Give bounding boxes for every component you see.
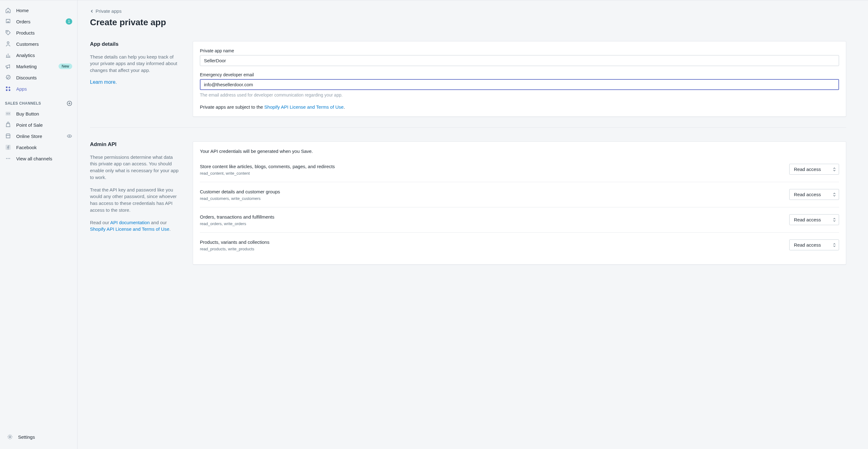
nav-apps[interactable]: Apps [3,83,74,94]
admin-api-desc3: Read our API documentation and our Shopi… [90,219,180,233]
megaphone-icon [5,63,11,69]
nav-home[interactable]: Home [3,5,74,16]
channel-label: Facebook [16,145,72,150]
channel-label: Point of Sale [16,122,72,128]
permission-row: Orders, transactions and fulfillments re… [200,207,839,233]
perm-access-select[interactable]: Read access [789,164,839,175]
chevron-left-icon [90,9,94,13]
learn-more-link[interactable]: Learn more. [90,80,117,85]
orders-icon [5,18,11,25]
discount-icon [5,74,11,81]
admin-api-desc2: Treat the API key and password like you … [90,186,180,214]
breadcrumb[interactable]: Private apps [90,8,121,14]
nav-products[interactable]: Products [3,27,74,38]
api-docs-link[interactable]: API documentation [110,220,150,225]
tag-icon [5,30,11,36]
dev-email-label: Emergency developer email [200,72,839,77]
perm-title: Products, variants and collections [200,239,269,245]
nav-label: Home [16,8,72,13]
channel-facebook[interactable]: Facebook [3,142,74,153]
channel-label: Buy Button [16,111,72,116]
svg-rect-4 [6,89,7,91]
pos-icon [5,122,11,128]
nav-label: Marketing [16,64,54,69]
nav-label: Customers [16,41,72,47]
perm-title: Store content like articles, blogs, comm… [200,163,335,170]
facebook-icon [5,144,11,150]
perm-access-select[interactable]: Read access [789,239,839,250]
view-all-label: View all channels [16,156,72,161]
nav-marketing[interactable]: Marketing New [3,61,74,72]
app-name-label: Private app name [200,48,839,53]
sales-channels-header: SALES CHANNELS [0,94,77,108]
nav-discounts[interactable]: Discounts [3,72,74,83]
admin-api-card: Your API credentials will be generated w… [193,141,846,265]
admin-api-desc1: These permissions determine what data th… [90,154,180,181]
perm-scopes: read_products, write_products [200,247,269,251]
dev-email-help: The email address used for developer com… [200,92,839,97]
page-title: Create private app [90,18,846,27]
code-icon [5,111,11,117]
channels-title: SALES CHANNELS [5,101,41,106]
add-channel-button[interactable] [67,100,72,106]
svg-point-7 [69,136,70,137]
dev-email-input[interactable] [200,79,839,90]
sidebar: Home Orders 1 Products Customers Analyti… [0,0,78,449]
credentials-note: Your API credentials will be generated w… [200,149,839,154]
apps-icon [5,86,11,92]
ellipsis-icon [5,155,11,161]
nav-label: Analytics [16,53,72,58]
perm-access-select[interactable]: Read access [789,214,839,225]
app-name-input[interactable] [200,55,839,66]
analytics-icon [5,52,11,58]
perm-access-select[interactable]: Read access [789,189,839,200]
license-notice: Private apps are subject to the Shopify … [200,104,839,110]
store-icon [5,133,11,139]
new-badge: New [59,63,72,69]
breadcrumb-label: Private apps [96,8,121,14]
svg-rect-2 [6,87,7,88]
nav-analytics[interactable]: Analytics [3,50,74,61]
app-details-heading: App details [90,41,180,47]
perm-title: Customer details and customer groups [200,188,280,195]
nav-label: Apps [16,86,72,92]
api-license-link[interactable]: Shopify API License and Terms of Use [264,104,344,110]
app-details-desc: These details can help you keep track of… [90,54,180,74]
perm-scopes: read_content, write_content [200,171,335,176]
view-all-channels[interactable]: View all channels [3,153,74,164]
settings-label: Settings [18,435,70,440]
nav-label: Discounts [16,75,72,80]
svg-rect-3 [9,89,10,91]
nav-settings[interactable]: Settings [5,431,72,443]
admin-api-heading: Admin API [90,141,180,148]
svg-point-10 [8,158,9,159]
app-details-card: Private app name Emergency developer ema… [193,41,846,117]
admin-api-info: Admin API These permissions determine wh… [90,141,180,265]
gear-icon [7,434,13,440]
person-icon [5,41,11,47]
orders-badge: 1 [66,18,72,25]
channel-label: Online Store [16,133,62,139]
permission-row: Customer details and customer groups rea… [200,182,839,207]
nav-label: Products [16,30,72,35]
app-details-info: App details These details can help you k… [90,41,180,117]
svg-rect-6 [6,112,10,116]
main-content: Private apps Create private app App deta… [78,0,868,449]
svg-point-11 [9,158,10,159]
svg-point-1 [7,42,9,43]
channel-pos[interactable]: Point of Sale [3,119,74,130]
svg-point-12 [9,436,11,438]
permission-row: Products, variants and collections read_… [200,233,839,258]
perm-title: Orders, transactions and fulfillments [200,214,274,220]
perm-scopes: read_customers, write_customers [200,196,280,201]
svg-point-9 [6,158,7,159]
svg-point-0 [7,31,7,32]
nav-orders[interactable]: Orders 1 [3,16,74,27]
nav-customers[interactable]: Customers [3,38,74,50]
channel-online-store[interactable]: Online Store [3,130,74,142]
channel-buy-button[interactable]: Buy Button [3,108,74,119]
home-icon [5,7,11,13]
api-license-link-2[interactable]: Shopify API License and Terms of Use [90,227,169,232]
nav-label: Orders [16,19,61,24]
view-store-icon[interactable] [67,133,72,139]
